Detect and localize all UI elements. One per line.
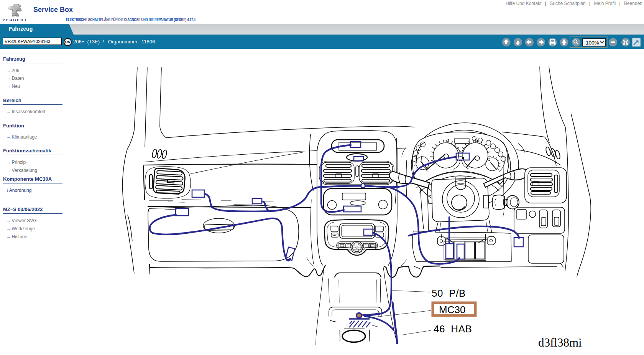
svg-text:50 P/B: 50 P/B xyxy=(432,287,466,299)
svg-text:100%: 100% xyxy=(586,40,599,46)
svg-text:46 HAB: 46 HAB xyxy=(434,323,472,335)
svg-text:MC30: MC30 xyxy=(439,304,465,315)
svg-text:d3fl38mi: d3fl38mi xyxy=(538,336,582,349)
